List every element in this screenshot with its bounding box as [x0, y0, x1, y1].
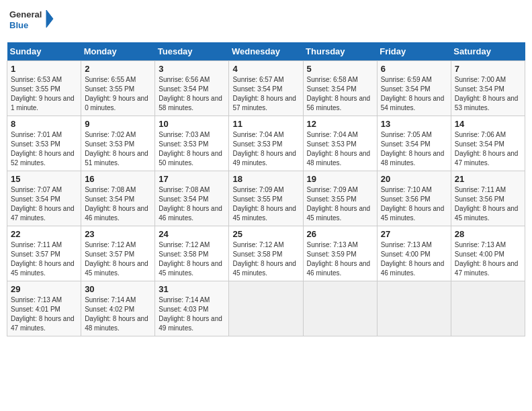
day-number: 28	[455, 229, 521, 239]
day-cell: 9 Sunrise: 7:02 AM Sunset: 3:53 PM Dayli…	[81, 116, 155, 171]
day-info: Sunrise: 7:13 AM Sunset: 3:59 PM Dayligh…	[307, 240, 373, 278]
day-info: Sunrise: 7:06 AM Sunset: 3:54 PM Dayligh…	[455, 130, 521, 168]
day-cell: 18 Sunrise: 7:09 AM Sunset: 3:55 PM Dayl…	[229, 171, 303, 226]
svg-text:General: General	[9, 9, 42, 19]
day-number: 13	[381, 119, 447, 129]
day-info: Sunrise: 7:01 AM Sunset: 3:53 PM Dayligh…	[11, 130, 77, 168]
day-cell: 27 Sunrise: 7:13 AM Sunset: 4:00 PM Dayl…	[377, 226, 451, 281]
day-cell: 10 Sunrise: 7:03 AM Sunset: 3:53 PM Dayl…	[155, 116, 229, 171]
day-cell	[303, 281, 377, 336]
day-number: 11	[232, 119, 299, 129]
day-info: Sunrise: 7:04 AM Sunset: 3:53 PM Dayligh…	[232, 130, 299, 168]
day-info: Sunrise: 6:57 AM Sunset: 3:54 PM Dayligh…	[232, 75, 299, 113]
day-info: Sunrise: 7:02 AM Sunset: 3:53 PM Dayligh…	[85, 130, 151, 168]
svg-text:Blue: Blue	[9, 20, 28, 30]
col-header-sunday: Sunday	[7, 42, 81, 61]
week-row-5: 29 Sunrise: 7:13 AM Sunset: 4:01 PM Dayl…	[7, 281, 525, 336]
day-number: 23	[85, 229, 151, 239]
day-cell: 13 Sunrise: 7:05 AM Sunset: 3:54 PM Dayl…	[377, 116, 451, 171]
day-info: Sunrise: 7:09 AM Sunset: 3:55 PM Dayligh…	[307, 185, 373, 223]
day-info: Sunrise: 6:59 AM Sunset: 3:54 PM Dayligh…	[381, 75, 447, 113]
day-number: 18	[232, 174, 299, 184]
day-info: Sunrise: 6:53 AM Sunset: 3:55 PM Dayligh…	[11, 75, 77, 113]
day-number: 21	[455, 174, 521, 184]
week-row-4: 22 Sunrise: 7:11 AM Sunset: 3:57 PM Dayl…	[7, 226, 525, 281]
calendar-table: SundayMondayTuesdayWednesdayThursdayFrid…	[7, 42, 525, 336]
col-header-wednesday: Wednesday	[229, 42, 303, 61]
day-cell: 7 Sunrise: 7:00 AM Sunset: 3:54 PM Dayli…	[451, 61, 525, 116]
day-number: 12	[307, 119, 373, 129]
day-cell: 29 Sunrise: 7:13 AM Sunset: 4:01 PM Dayl…	[7, 281, 81, 336]
day-info: Sunrise: 6:58 AM Sunset: 3:54 PM Dayligh…	[307, 75, 373, 113]
col-header-saturday: Saturday	[451, 42, 525, 61]
day-info: Sunrise: 7:13 AM Sunset: 4:00 PM Dayligh…	[455, 240, 521, 278]
day-number: 19	[307, 174, 373, 184]
col-header-tuesday: Tuesday	[155, 42, 229, 61]
day-cell	[451, 281, 525, 336]
day-cell	[377, 281, 451, 336]
day-number: 25	[232, 229, 299, 239]
day-info: Sunrise: 7:11 AM Sunset: 3:57 PM Dayligh…	[11, 240, 77, 278]
day-cell: 16 Sunrise: 7:08 AM Sunset: 3:54 PM Dayl…	[81, 171, 155, 226]
day-cell: 6 Sunrise: 6:59 AM Sunset: 3:54 PM Dayli…	[377, 61, 451, 116]
day-info: Sunrise: 7:04 AM Sunset: 3:53 PM Dayligh…	[307, 130, 373, 168]
logo-svg: General Blue	[9, 7, 56, 37]
day-number: 10	[159, 119, 225, 129]
day-number: 4	[232, 64, 299, 74]
day-number: 14	[455, 119, 521, 129]
day-number: 7	[455, 64, 521, 74]
day-cell: 14 Sunrise: 7:06 AM Sunset: 3:54 PM Dayl…	[451, 116, 525, 171]
col-header-thursday: Thursday	[303, 42, 377, 61]
day-number: 2	[85, 64, 151, 74]
day-number: 31	[159, 284, 225, 294]
day-cell: 22 Sunrise: 7:11 AM Sunset: 3:57 PM Dayl…	[7, 226, 81, 281]
day-number: 17	[159, 174, 225, 184]
day-info: Sunrise: 7:12 AM Sunset: 3:57 PM Dayligh…	[85, 240, 151, 278]
day-info: Sunrise: 6:56 AM Sunset: 3:54 PM Dayligh…	[159, 75, 225, 113]
day-number: 22	[11, 229, 77, 239]
day-info: Sunrise: 7:13 AM Sunset: 4:00 PM Dayligh…	[381, 240, 447, 278]
week-row-2: 8 Sunrise: 7:01 AM Sunset: 3:53 PM Dayli…	[7, 116, 525, 171]
day-info: Sunrise: 6:55 AM Sunset: 3:55 PM Dayligh…	[85, 75, 151, 113]
day-cell: 19 Sunrise: 7:09 AM Sunset: 3:55 PM Dayl…	[303, 171, 377, 226]
day-number: 1	[11, 64, 77, 74]
page-header: General Blue	[7, 7, 525, 37]
day-cell: 26 Sunrise: 7:13 AM Sunset: 3:59 PM Dayl…	[303, 226, 377, 281]
day-info: Sunrise: 7:11 AM Sunset: 3:56 PM Dayligh…	[455, 185, 521, 223]
day-number: 8	[11, 119, 77, 129]
day-number: 6	[381, 64, 447, 74]
day-cell: 31 Sunrise: 7:14 AM Sunset: 4:03 PM Dayl…	[155, 281, 229, 336]
day-cell: 1 Sunrise: 6:53 AM Sunset: 3:55 PM Dayli…	[7, 61, 81, 116]
day-number: 5	[307, 64, 373, 74]
day-cell	[229, 281, 303, 336]
day-number: 9	[85, 119, 151, 129]
day-info: Sunrise: 7:13 AM Sunset: 4:01 PM Dayligh…	[11, 295, 77, 333]
day-cell: 23 Sunrise: 7:12 AM Sunset: 3:57 PM Dayl…	[81, 226, 155, 281]
day-cell: 5 Sunrise: 6:58 AM Sunset: 3:54 PM Dayli…	[303, 61, 377, 116]
day-info: Sunrise: 7:09 AM Sunset: 3:55 PM Dayligh…	[232, 185, 299, 223]
logo: General Blue	[9, 7, 56, 37]
day-number: 16	[85, 174, 151, 184]
day-number: 27	[381, 229, 447, 239]
day-cell: 15 Sunrise: 7:07 AM Sunset: 3:54 PM Dayl…	[7, 171, 81, 226]
day-cell: 8 Sunrise: 7:01 AM Sunset: 3:53 PM Dayli…	[7, 116, 81, 171]
day-cell: 30 Sunrise: 7:14 AM Sunset: 4:02 PM Dayl…	[81, 281, 155, 336]
day-cell: 2 Sunrise: 6:55 AM Sunset: 3:55 PM Dayli…	[81, 61, 155, 116]
day-number: 29	[11, 284, 77, 294]
day-cell: 17 Sunrise: 7:08 AM Sunset: 3:54 PM Dayl…	[155, 171, 229, 226]
day-info: Sunrise: 7:12 AM Sunset: 3:58 PM Dayligh…	[232, 240, 299, 278]
day-cell: 11 Sunrise: 7:04 AM Sunset: 3:53 PM Dayl…	[229, 116, 303, 171]
day-cell: 21 Sunrise: 7:11 AM Sunset: 3:56 PM Dayl…	[451, 171, 525, 226]
day-cell: 24 Sunrise: 7:12 AM Sunset: 3:58 PM Dayl…	[155, 226, 229, 281]
day-cell: 28 Sunrise: 7:13 AM Sunset: 4:00 PM Dayl…	[451, 226, 525, 281]
header-row: SundayMondayTuesdayWednesdayThursdayFrid…	[7, 42, 525, 61]
day-cell: 3 Sunrise: 6:56 AM Sunset: 3:54 PM Dayli…	[155, 61, 229, 116]
day-info: Sunrise: 7:10 AM Sunset: 3:56 PM Dayligh…	[381, 185, 447, 223]
day-number: 3	[159, 64, 225, 74]
day-number: 24	[159, 229, 225, 239]
day-info: Sunrise: 7:08 AM Sunset: 3:54 PM Dayligh…	[159, 185, 225, 223]
day-info: Sunrise: 7:07 AM Sunset: 3:54 PM Dayligh…	[11, 185, 77, 223]
day-number: 30	[85, 284, 151, 294]
col-header-monday: Monday	[81, 42, 155, 61]
day-info: Sunrise: 7:14 AM Sunset: 4:03 PM Dayligh…	[159, 295, 225, 333]
